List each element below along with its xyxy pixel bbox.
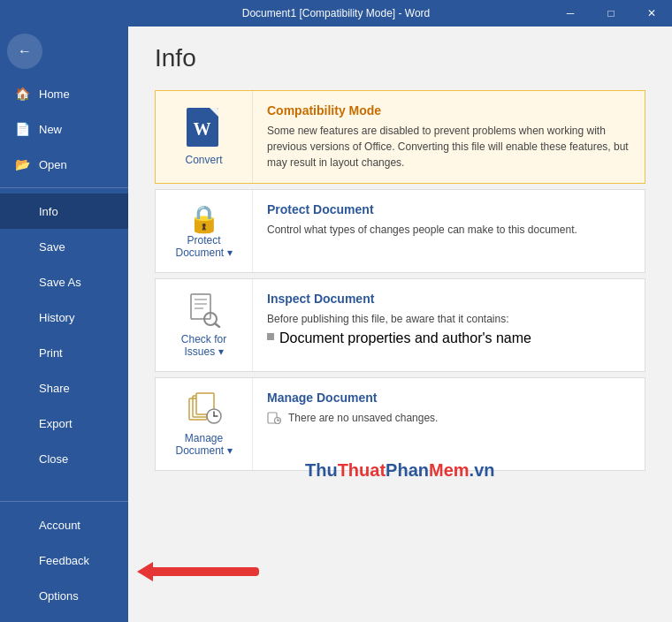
sidebar-label-share: Share [39, 382, 70, 395]
check-issues-button[interactable]: Check forIssues ▾ [181, 333, 226, 358]
sidebar: ← 🏠 Home 📄 New 📂 Open Info Save [0, 27, 128, 622]
inspect-bullet-text: Document properties and author's name [279, 330, 531, 346]
content-area: Info W Convert Compatibility Mode Some n… [128, 27, 672, 622]
sidebar-label-new: New [39, 123, 62, 136]
manage-desc: There are no unsaved changes. [267, 410, 630, 426]
protect-title: Protect Document [267, 202, 630, 216]
main-layout: ← 🏠 Home 📄 New 📂 Open Info Save [0, 27, 672, 622]
sidebar-item-feedback[interactable]: Feedback [0, 542, 128, 578]
convert-button[interactable]: Convert [185, 154, 222, 166]
sidebar-label-export: Export [39, 417, 73, 430]
sidebar-label-save: Save [39, 240, 65, 254]
page-title: Info [155, 44, 645, 72]
sidebar-item-home[interactable]: 🏠 Home [0, 76, 128, 111]
sidebar-label-open: Open [39, 158, 67, 171]
window-controls: ─ □ ✕ [550, 0, 672, 27]
manage-title: Manage Document [267, 391, 630, 405]
back-button[interactable]: ← [7, 34, 42, 69]
back-arrow-icon: ← [18, 43, 32, 59]
sidebar-nav: 🏠 Home 📄 New 📂 Open Info Save [0, 76, 128, 622]
lock-icon: 🔒 [187, 203, 220, 234]
compatibility-card: W Convert Compatibility Mode Some new fe… [155, 90, 645, 184]
inspect-icon [187, 292, 221, 328]
inspect-card: Check forIssues ▾ Inspect Document Befor… [155, 278, 645, 372]
sidebar-label-options: Options [39, 589, 79, 603]
compatibility-title: Compatibility Mode [267, 103, 630, 118]
protect-desc: Control what types of changes people can… [267, 222, 630, 238]
title-bar: Document1 [Compatibility Mode] - Word ─ … [0, 0, 672, 27]
sidebar-label-print: Print [39, 346, 63, 360]
inspect-icon-area: Check forIssues ▾ [156, 279, 253, 371]
sidebar-item-history[interactable]: History [0, 300, 128, 335]
manage-button[interactable]: ManageDocument ▾ [175, 432, 232, 457]
protect-button[interactable]: ProtectDocument ▾ [175, 234, 232, 259]
bullet-icon [267, 333, 274, 340]
maximize-button[interactable]: □ [591, 0, 631, 27]
sidebar-label-close: Close [39, 452, 68, 466]
sidebar-label-home: Home [39, 87, 70, 101]
sidebar-item-save[interactable]: Save [0, 229, 128, 264]
sidebar-item-options[interactable]: Options [0, 578, 128, 613]
inspect-content: Inspect Document Before publishing this … [253, 279, 645, 371]
protect-content: Protect Document Control what types of c… [253, 190, 645, 272]
protect-icon-area: 🔒 ProtectDocument ▾ [156, 190, 253, 272]
arrow-indicator [137, 562, 259, 581]
arrow-line [153, 567, 259, 576]
manage-content: Manage Document There are no unsaved cha… [253, 378, 645, 470]
sidebar-label-history: History [39, 311, 74, 324]
manage-icon-area: ManageDocument ▾ [156, 378, 253, 470]
minimize-button[interactable]: ─ [550, 0, 591, 27]
close-button[interactable]: ✕ [631, 0, 672, 27]
compatibility-desc: Some new features are disabled to preven… [267, 123, 630, 171]
sidebar-item-save-as[interactable]: Save As [0, 264, 128, 300]
sidebar-item-print[interactable]: Print [0, 335, 128, 370]
sidebar-item-new[interactable]: 📄 New [0, 111, 128, 147]
sidebar-divider-1 [0, 187, 128, 188]
sidebar-bottom: Account Feedback Options [0, 496, 128, 622]
sidebar-item-info[interactable]: Info [0, 193, 128, 229]
protect-card: 🔒 ProtectDocument ▾ Protect Document Con… [155, 189, 645, 273]
home-icon: 🏠 [14, 87, 30, 101]
open-icon: 📂 [14, 157, 30, 171]
sidebar-item-close[interactable]: Close [0, 441, 128, 476]
compatibility-icon-area: W Convert [156, 91, 253, 183]
compatibility-content: Compatibility Mode Some new features are… [253, 91, 645, 183]
manage-icon [187, 391, 221, 427]
inspect-desc: Before publishing this file, be aware th… [267, 311, 630, 327]
word-icon: W [187, 108, 222, 148]
svg-rect-0 [191, 294, 210, 319]
sidebar-label-save-as: Save As [39, 276, 81, 289]
new-icon: 📄 [14, 122, 30, 136]
sidebar-label-feedback: Feedback [39, 554, 89, 567]
svg-line-5 [215, 323, 219, 327]
sidebar-item-open[interactable]: 📂 Open [0, 147, 128, 182]
sidebar-item-share[interactable]: Share [0, 370, 128, 406]
inspect-bullet: Document properties and author's name [267, 330, 630, 346]
manage-card: ManageDocument ▾ Manage Document There a… [155, 377, 645, 471]
inspect-title: Inspect Document [267, 292, 630, 306]
sidebar-item-export[interactable]: Export [0, 406, 128, 441]
arrow-head [137, 562, 153, 581]
sidebar-label-account: Account [39, 519, 80, 532]
sidebar-label-info: Info [39, 205, 58, 218]
sidebar-divider-2 [0, 501, 128, 502]
sidebar-item-account[interactable]: Account [0, 507, 128, 542]
window-title: Document1 [Compatibility Mode] - Word [242, 7, 431, 19]
